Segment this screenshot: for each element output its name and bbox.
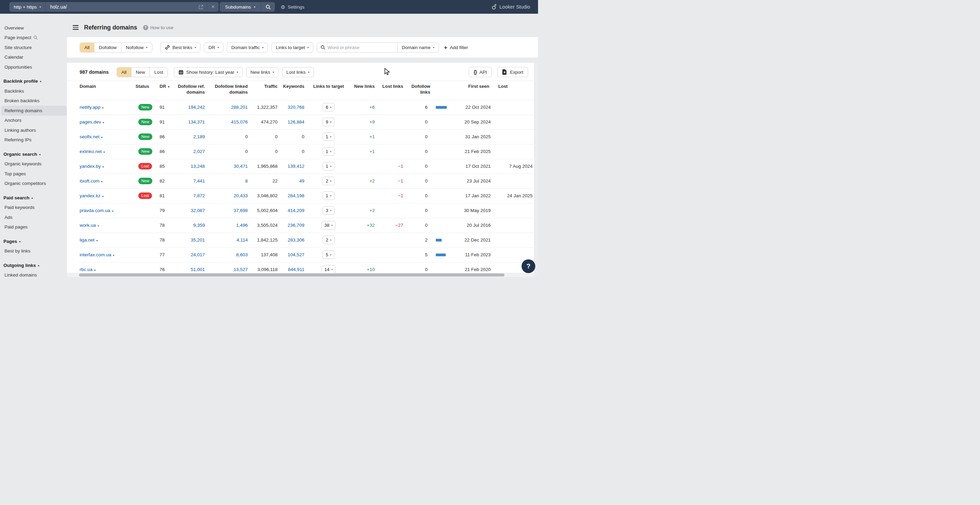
menu-icon[interactable] [73,25,79,30]
dofollow-ref-domains-link[interactable]: 35,201 [191,237,205,243]
sidebar-item-page-inspect[interactable]: Page inspect [1,33,67,43]
dofollow-ref-domains-link[interactable]: 13,248 [191,164,205,169]
sidebar-item-organic-competitors[interactable]: Organic competitors [1,179,67,189]
links-to-target-dropdown[interactable]: 1▾ [323,191,334,200]
sidebar-item-linked-domains[interactable]: Linked domains [1,270,67,278]
domain-dropdown-caret[interactable]: ▾ [103,165,104,168]
sidebar-item-linking-authors[interactable]: Linking authors [1,125,67,135]
sidebar-item-paid-pages[interactable]: Paid pages [1,222,67,232]
column-header-dr[interactable]: DR▼ [156,81,175,100]
dofollow-ref-domains-link[interactable]: 51,001 [191,267,205,272]
sidebar-section-organic-search[interactable]: Organic search▴ [0,149,67,159]
domain-link[interactable]: yandex.kz [80,193,100,198]
looker-studio-brand[interactable]: Looker Studio [492,4,530,10]
open-external-icon[interactable] [198,5,204,10]
domain-dropdown-caret[interactable]: ▾ [112,210,113,213]
follow-tab-dofollow[interactable]: Dofollow [94,43,121,52]
links-to-target-dropdown[interactable]: 5▾ [323,251,334,259]
sidebar-item-anchors[interactable]: Anchors [1,116,67,125]
column-header-domain[interactable]: Domain [80,81,135,100]
domain-link[interactable]: netlify.app [80,105,100,110]
domain-link[interactable]: pravda.com.ua [80,208,110,213]
domain-dropdown-caret[interactable]: ▾ [94,268,96,272]
keywords-link[interactable]: 139,412 [288,164,304,169]
subdomains-selector[interactable]: Subdomains ▾ [220,2,261,12]
sidebar-item-referring-ips[interactable]: Referring IPs [1,135,67,145]
protocol-selector[interactable]: http + https ▾ [9,2,45,12]
dofollow-linked-domains-link[interactable]: 37,698 [234,208,248,213]
domain-link[interactable]: pages.dev [80,119,101,124]
lost-links-selector[interactable]: Lost links ▾ [282,67,314,77]
sidebar-item-ads[interactable]: Ads [1,212,67,222]
dr-filter[interactable]: DR ▾ [204,43,223,52]
column-header-dofollow-ref-domains[interactable]: Dofollow ref. domains [175,81,208,100]
keywords-link[interactable]: 126,884 [288,119,304,124]
column-header-dofollow-links[interactable]: Dofollow links [406,81,450,100]
domain-dropdown-caret[interactable]: ▾ [103,151,105,154]
column-header-dofollow-linked-domains[interactable]: Dofollow linked domains [208,81,250,100]
dofollow-linked-domains-link[interactable]: 20,433 [234,193,248,198]
dofollow-ref-domains-link[interactable]: 2,027 [193,149,205,154]
dofollow-linked-domains-link[interactable]: 13,527 [234,267,248,272]
keywords-link[interactable]: 236,709 [288,223,304,228]
domain-dropdown-caret[interactable]: ▾ [97,224,99,227]
domain-link[interactable]: interfax.com.ua [80,252,111,257]
column-header-lost-links[interactable]: Lost links [377,81,406,100]
keywords-link[interactable]: 844,911 [288,267,304,272]
domain-link[interactable]: itxoft.com [80,178,100,184]
dofollow-ref-domains-link[interactable]: 32,087 [191,208,205,213]
domain-name-selector[interactable]: Domain name ▾ [397,43,439,52]
dofollow-ref-domains-link[interactable]: 134,371 [188,119,205,124]
domain-link[interactable]: rbc.ua [80,267,93,272]
dofollow-linked-domains-link[interactable]: 8 [245,178,248,184]
column-header-new-links[interactable]: New links [350,81,377,100]
column-header-links-to-target[interactable]: Links to target [307,81,350,100]
keywords-link[interactable]: 320,768 [288,105,304,110]
links-to-target-dropdown[interactable]: 3▾ [323,206,334,215]
sidebar-item-calendar[interactable]: Calendar [1,52,67,62]
horizontal-scrollbar-thumb[interactable] [79,273,504,276]
sidebar-item-site-structure[interactable]: Site structure [1,43,67,52]
show-history-selector[interactable]: Show history: Last year ▾ [174,67,242,77]
sidebar-section-paid-search[interactable]: Paid search▴ [0,193,67,203]
status-tab-lost[interactable]: Lost [150,68,168,77]
dofollow-linked-domains-link[interactable]: 415,076 [231,119,248,124]
domain-link[interactable]: yandex.by [80,164,101,169]
dofollow-linked-domains-link[interactable]: 1,496 [236,223,248,228]
best-links-filter[interactable]: Best links ▾ [160,43,201,52]
links-to-target-dropdown[interactable]: 1▾ [323,132,334,141]
dofollow-ref-domains-link[interactable]: 2,189 [193,134,205,139]
target-url-input[interactable] [50,4,195,10]
links-to-target-dropdown[interactable]: 1▾ [323,162,334,170]
domain-dropdown-caret[interactable]: ▾ [103,121,104,124]
keywords-link[interactable]: 104,527 [288,252,304,257]
links-to-target-dropdown[interactable]: 2▾ [323,177,334,185]
column-header-status[interactable]: Status [135,81,156,100]
domain-link[interactable]: exlinko.net [80,149,102,154]
api-button[interactable]: {} API [469,67,492,77]
keywords-link[interactable]: 49 [299,178,304,184]
sidebar-section-pages[interactable]: Pages▴ [0,237,67,246]
add-filter-button[interactable]: + Add filter [444,44,468,51]
sidebar-item-top-pages[interactable]: Top pages [1,169,67,179]
keywords-link[interactable]: 284,198 [288,193,304,198]
links-to-target-dropdown[interactable]: 38▾ [321,221,336,230]
links-to-target-dropdown[interactable]: 2▾ [323,236,334,244]
keywords-link[interactable]: 283,306 [288,237,304,243]
links-to-target-dropdown[interactable]: 9▾ [323,118,334,126]
dofollow-linked-domains-link[interactable]: 288,201 [231,105,248,110]
follow-tab-nofollow[interactable]: Nofollow▾ [121,43,152,52]
settings-button[interactable]: ⚙ Settings [281,5,304,10]
sidebar-section-backlink-profile[interactable]: Backlink profile▴ [0,76,67,86]
domain-dropdown-caret[interactable]: ▾ [102,195,103,198]
column-header-traffic[interactable]: Traffic [250,81,280,100]
word-phrase-input[interactable] [328,43,397,52]
sidebar-item-referring-domains[interactable]: Referring domains [1,106,67,116]
domain-link[interactable]: liga.net [80,237,95,243]
domain-dropdown-caret[interactable]: ▾ [101,180,103,183]
sidebar-item-broken-backlinks[interactable]: Broken backlinks [1,96,67,106]
dofollow-ref-domains-link[interactable]: 194,242 [188,105,205,110]
domain-link[interactable]: work.ua [80,223,96,228]
help-fab-button[interactable]: ? [522,259,535,273]
links-to-target-dropdown[interactable]: 1▾ [323,147,334,156]
